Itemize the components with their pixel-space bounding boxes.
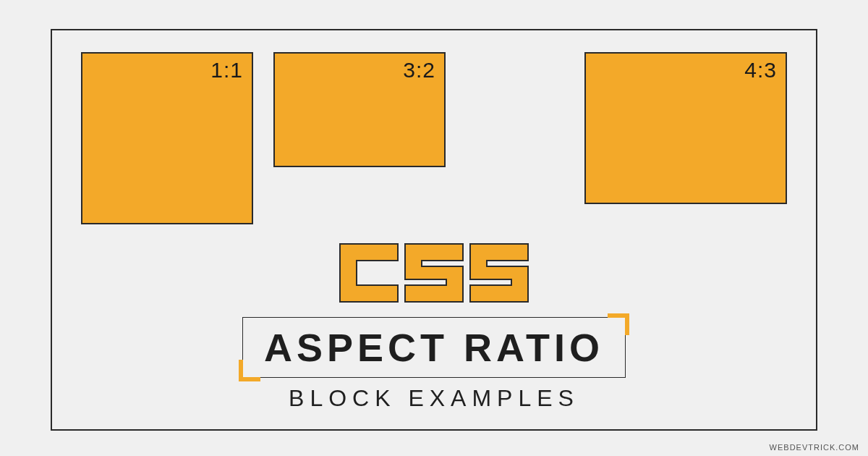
- ratio-box-4-3: 4:3: [584, 52, 787, 204]
- page-frame: 1:1 3:2 4:3 ASPECT RATIO BLOCK EXAMPLES: [51, 29, 817, 431]
- ratio-box-3-2: 3:2: [273, 52, 446, 167]
- corner-decoration-icon: [608, 313, 629, 335]
- css-heading: [52, 240, 816, 305]
- corner-decoration-icon: [239, 360, 260, 381]
- title-frame: ASPECT RATIO: [242, 317, 626, 378]
- ratio-boxes-row: 1:1 3:2 4:3: [52, 30, 816, 224]
- ratio-label: 1:1: [210, 58, 243, 83]
- attribution: WEBDEVTRICK.COM: [770, 443, 859, 452]
- ratio-label: 4:3: [744, 58, 777, 83]
- main-title: ASPECT RATIO: [256, 325, 612, 370]
- ratio-label: 3:2: [403, 58, 435, 83]
- css-letters-icon: [336, 240, 532, 305]
- ratio-box-1-1: 1:1: [81, 52, 253, 224]
- subtitle: BLOCK EXAMPLES: [52, 385, 816, 412]
